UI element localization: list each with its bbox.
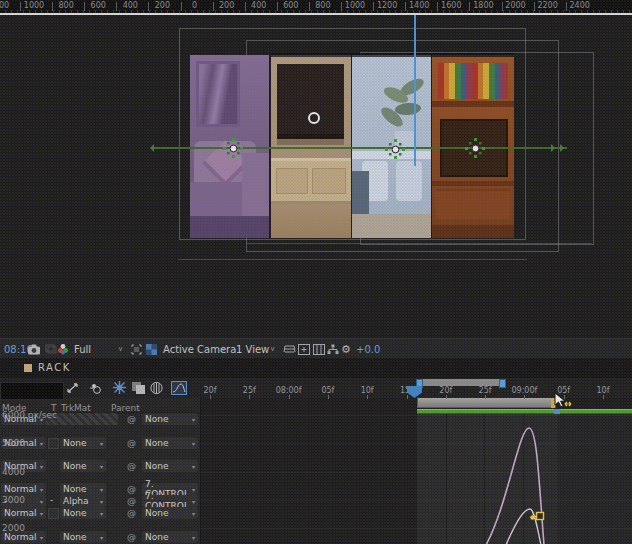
h-ruler-label: 1800 bbox=[473, 1, 493, 10]
parent-dropdown[interactable]: None▾ bbox=[142, 413, 198, 425]
tab-comp-rack[interactable]: RACK bbox=[38, 362, 71, 373]
composition-viewer[interactable] bbox=[0, 15, 632, 338]
layer-row-5[interactable]: -▾-Alpha▾@7. CONTROL▾ bbox=[0, 495, 200, 507]
timeline-ruler-tick bbox=[328, 395, 329, 399]
layer-row-7[interactable]: Normal▾None▾@None▾ bbox=[0, 531, 200, 543]
flowchart-button-icon[interactable] bbox=[313, 339, 325, 359]
chevron-down-icon: ▾ bbox=[40, 463, 43, 470]
effect-control-point-marker[interactable] bbox=[464, 137, 486, 159]
effect-control-point-marker[interactable] bbox=[384, 138, 406, 160]
parent-pick-whip-icon[interactable]: @ bbox=[127, 484, 136, 494]
trkmat-dropdown[interactable]: None▾ bbox=[60, 437, 106, 449]
pixel-aspect-icon[interactable] bbox=[283, 339, 296, 359]
h-ruler-tick bbox=[84, 2, 85, 11]
trkmat-dropdown-value: None bbox=[63, 532, 86, 542]
timeline-body: Mode T TrkMat Parent Normal▾@None▾Normal… bbox=[0, 398, 632, 544]
parent-pick-whip-icon[interactable]: @ bbox=[127, 508, 136, 518]
t-value[interactable]: - bbox=[50, 495, 53, 505]
mouse-cursor bbox=[553, 392, 573, 410]
parent-pick-whip-icon[interactable]: @ bbox=[127, 532, 136, 542]
navigator-handle-right[interactable] bbox=[499, 379, 506, 388]
h-ruler-tick bbox=[213, 2, 214, 11]
h-ruler-tick bbox=[437, 2, 438, 11]
chevron-down-icon[interactable]: ∨ bbox=[118, 339, 123, 359]
parent-dropdown[interactable]: None▾ bbox=[142, 531, 198, 543]
h-ruler-label: 800 bbox=[315, 1, 330, 10]
motion-path-arrow-right2 bbox=[551, 144, 559, 152]
transparency-grid-icon[interactable] bbox=[146, 339, 157, 359]
motion-path-arrow-right bbox=[560, 144, 568, 152]
timeline-ruler-label: 25f bbox=[479, 386, 492, 395]
chevron-down-icon[interactable]: ∨ bbox=[270, 339, 275, 359]
h-ruler-label: 1000 bbox=[345, 1, 365, 10]
h-ruler-tick bbox=[245, 2, 246, 11]
region-of-interest-icon[interactable] bbox=[131, 339, 142, 359]
selected-keyframe[interactable] bbox=[537, 513, 544, 520]
parent-dropdown[interactable]: None▾ bbox=[142, 460, 198, 472]
layer-bounding-box-3-bottom bbox=[247, 243, 592, 244]
work-area-bar[interactable] bbox=[417, 397, 556, 408]
trkmat-dropdown-value: None bbox=[63, 438, 86, 448]
snapshot-camera-icon[interactable] bbox=[27, 339, 41, 359]
timeline-ruler-label: 20f bbox=[439, 386, 452, 395]
h-ruler-tick bbox=[116, 2, 117, 11]
h-ruler-tick bbox=[405, 2, 406, 11]
layer-row-3[interactable]: Normal▾None▾@None▾ bbox=[0, 460, 200, 472]
exposure-value[interactable]: +0.0 bbox=[356, 339, 380, 359]
timeline-ruler-label: 10f bbox=[597, 386, 610, 395]
viewer-toolbar: 08:16 Full ∨ Active Camera ∨ 1 View ∨ bbox=[0, 338, 632, 359]
anchor-point-marker[interactable] bbox=[308, 112, 320, 124]
trkmat-dropdown[interactable]: None▾ bbox=[60, 531, 106, 543]
trkmat-dropdown-value: Alpha bbox=[63, 496, 89, 506]
t-checkbox[interactable] bbox=[48, 508, 59, 519]
keyframe-handle-dot[interactable] bbox=[530, 515, 535, 520]
chevron-down-icon: ▾ bbox=[192, 498, 195, 505]
parent-dropdown[interactable]: 7. CONTROL▾ bbox=[142, 495, 198, 507]
timeline-header: 20f25f08:00f05f10f15f20f25f09:00f05f10f bbox=[0, 378, 632, 398]
chevron-down-icon: ▾ bbox=[100, 510, 103, 517]
timeline-ruler-tick bbox=[289, 395, 290, 399]
trkmat-dropdown[interactable]: None▾ bbox=[60, 460, 106, 472]
parent-pick-whip-icon[interactable]: @ bbox=[127, 438, 136, 448]
trkmat-dropdown[interactable]: None▾ bbox=[60, 483, 106, 495]
timeline-ruler-label: 10f bbox=[361, 386, 374, 395]
mini-flowchart-icon[interactable] bbox=[327, 339, 339, 359]
parent-pick-whip-icon[interactable]: @ bbox=[127, 496, 136, 506]
show-channel-rgb-icon[interactable] bbox=[57, 339, 69, 359]
trkmat-dropdown-value: None bbox=[63, 484, 86, 494]
resolution-select[interactable]: Full bbox=[74, 339, 91, 359]
timeline-ruler-label: 25f bbox=[243, 386, 256, 395]
timeline-ruler-tick bbox=[249, 395, 250, 399]
layer-row-6[interactable]: Normal▾None▾@None▾ bbox=[0, 507, 200, 519]
h-ruler-label: 1600 bbox=[441, 1, 461, 10]
trkmat-dropdown[interactable]: None▾ bbox=[60, 507, 106, 519]
parent-dropdown[interactable]: None▾ bbox=[142, 507, 198, 519]
horizontal-ruler[interactable]: 0010008006004002000200400600800100012001… bbox=[0, 0, 632, 13]
effect-control-point-marker[interactable] bbox=[222, 137, 244, 159]
parent-dropdown[interactable]: None▾ bbox=[142, 437, 198, 449]
time-navigator-bar[interactable] bbox=[419, 379, 502, 386]
show-snapshot-icon[interactable] bbox=[45, 339, 57, 359]
graph-value-label: 6000 px/sec bbox=[2, 410, 57, 420]
timeline-ruler-label: 08:00f bbox=[276, 386, 302, 395]
chevron-down-icon[interactable]: ∨ bbox=[221, 339, 226, 359]
trkmat-dropdown[interactable]: Alpha▾ bbox=[60, 495, 106, 507]
timeline-ruler[interactable]: 20f25f08:00f05f10f15f20f25f09:00f05f10f bbox=[0, 378, 632, 398]
mode-dropdown[interactable]: Normal▾ bbox=[1, 483, 46, 495]
current-time-indicator-line[interactable] bbox=[414, 15, 416, 166]
parent-pick-whip-icon[interactable]: @ bbox=[127, 414, 136, 424]
timeline-ruler-tick bbox=[603, 395, 604, 399]
parent-pick-whip-icon[interactable]: @ bbox=[127, 461, 136, 471]
timeline-ruler-label: 09:00f bbox=[511, 386, 537, 395]
view-layout-select[interactable]: 1 View bbox=[236, 339, 269, 359]
t-checkbox[interactable] bbox=[48, 438, 59, 449]
mode-dropdown[interactable]: Normal▾ bbox=[1, 507, 46, 519]
timeline-ruler-tick bbox=[446, 395, 447, 399]
h-ruler-label: 2400 bbox=[570, 1, 590, 10]
timeline-ruler-tick bbox=[367, 395, 368, 399]
timeline-button-icon[interactable] bbox=[298, 339, 310, 359]
layer-row-2[interactable]: Normal▾None▾@None▾ bbox=[0, 437, 200, 449]
parent-dropdown-value: None bbox=[145, 461, 168, 471]
h-ruler-tick bbox=[534, 2, 535, 11]
exposure-gear-icon[interactable]: ⚙ bbox=[341, 339, 351, 359]
